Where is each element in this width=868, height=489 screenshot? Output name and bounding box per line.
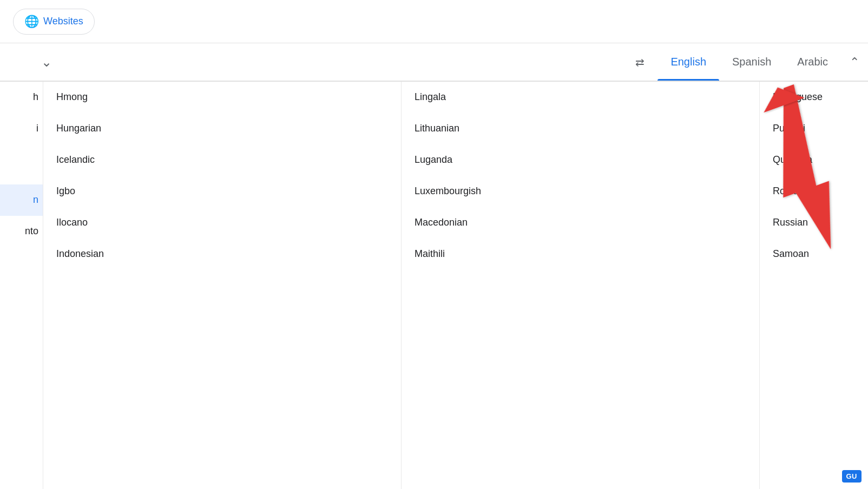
list-item[interactable] — [0, 144, 43, 164]
list-item[interactable]: h — [0, 82, 43, 113]
list-item-selected[interactable]: n — [0, 184, 43, 216]
tab-spanish[interactable]: Spanish — [719, 43, 784, 81]
list-item[interactable]: Luganda — [402, 144, 759, 176]
lang-col-2: Hmong Hungarian Icelandic Igbo Ilocano I… — [43, 82, 402, 489]
list-item[interactable]: Hungarian — [43, 113, 401, 144]
list-item[interactable]: Macedonian — [402, 207, 759, 239]
list-item[interactable]: Quechua — [760, 144, 868, 176]
chevron-up-icon[interactable]: ⌃ — [850, 55, 859, 69]
lang-col-left-partial: h i n nto — [0, 82, 43, 489]
lang-col-right-partial: Portuguese Punjabi Quechua Romanian Russ… — [760, 82, 868, 489]
lang-selector-bar: ⌄ ⇄ English Spanish Arabic ⌃ — [0, 43, 868, 81]
list-item[interactable]: Indonesian — [43, 239, 401, 270]
websites-label: Websites — [43, 16, 83, 27]
websites-tab-button[interactable]: 🌐 Websites — [13, 9, 95, 35]
swap-languages-icon[interactable]: ⇄ — [635, 56, 645, 69]
tab-arabic[interactable]: Arabic — [784, 43, 841, 81]
globe-icon: 🌐 — [24, 15, 39, 29]
chevron-down-icon[interactable]: ⌄ — [41, 55, 52, 70]
list-item[interactable] — [0, 164, 43, 184]
list-item[interactable]: Punjabi — [760, 113, 868, 144]
lang-col-3: Lingala Lithuanian Luganda Luxembourgish… — [402, 82, 760, 489]
list-item[interactable]: Romanian — [760, 176, 868, 207]
language-tabs: English Spanish Arabic — [657, 43, 841, 81]
list-item[interactable]: Portuguese — [760, 82, 868, 113]
list-item[interactable]: nto — [0, 216, 43, 247]
top-bar: 🌐 Websites — [0, 0, 868, 43]
tab-english[interactable]: English — [657, 43, 719, 81]
list-item[interactable]: Luxembourgish — [402, 176, 759, 207]
list-item[interactable]: Samoan — [760, 239, 868, 270]
list-item[interactable]: Icelandic — [43, 144, 401, 176]
language-grid: h i n nto Hmong Hungarian Icelandic Igbo… — [0, 82, 868, 489]
list-item[interactable]: Lingala — [402, 82, 759, 113]
list-item[interactable]: Igbo — [43, 176, 401, 207]
list-item[interactable]: Lithuanian — [402, 113, 759, 144]
list-item[interactable]: Ilocano — [43, 207, 401, 239]
list-item[interactable]: i — [0, 113, 43, 144]
list-item[interactable]: Hmong — [43, 82, 401, 113]
list-item[interactable]: Maithili — [402, 239, 759, 270]
list-item[interactable]: Russian — [760, 207, 868, 239]
watermark: GU — [842, 470, 862, 483]
